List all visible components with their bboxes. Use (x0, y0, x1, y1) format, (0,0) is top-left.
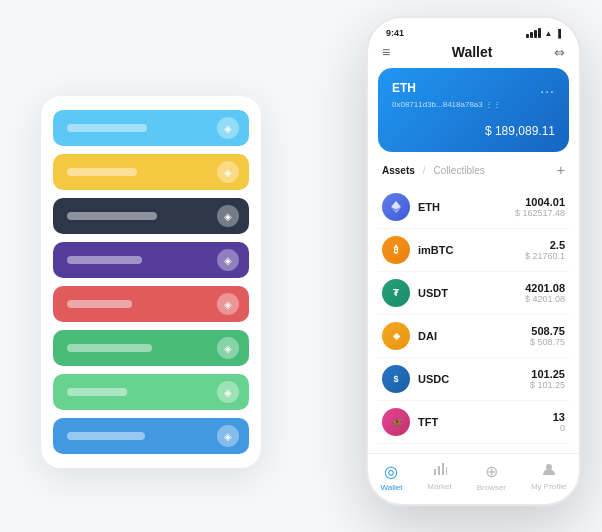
eth-balance: $ 189,089.11 (392, 117, 555, 140)
signal-bar-1 (526, 34, 529, 38)
stack-card-7: ◈ (53, 374, 249, 410)
asset-row-eth[interactable]: ETH 1004.01 $ 162517.48 (378, 186, 569, 229)
svg-rect-3 (434, 469, 436, 475)
imbtc-usd: $ 21760.1 (525, 251, 565, 261)
menu-icon[interactable]: ≡ (382, 44, 390, 60)
usdt-usd: $ 4201.08 (525, 294, 565, 304)
card-icon-1: ◈ (217, 117, 239, 139)
tft-name: TFT (418, 416, 553, 428)
signal-bar-4 (538, 28, 541, 38)
usdt-icon-circle: ₮ (382, 279, 410, 307)
dai-name: DAI (418, 330, 530, 342)
add-asset-button[interactable]: + (557, 162, 565, 178)
status-bar: 9:41 ▲ ▐ (368, 18, 579, 42)
imbtc-icon: ₿ (382, 236, 410, 264)
tft-amount: 13 (553, 411, 565, 423)
usdt-name: USDT (418, 287, 525, 299)
phone-header: ≡ Wallet ⇔ (368, 42, 579, 68)
dai-amount: 508.75 (530, 325, 565, 337)
asset-row-imbtc[interactable]: ₿ imBTC 2.5 $ 21760.1 (378, 229, 569, 272)
asset-row-usdt[interactable]: ₮ USDT 4201.08 $ 4201.08 (378, 272, 569, 315)
usdc-amount: 101.25 (530, 368, 565, 380)
eth-icon (382, 193, 410, 221)
eth-balance-amount: $ 189,089.11 (485, 124, 555, 138)
usdc-usd: $ 101.25 (530, 380, 565, 390)
asset-list: ETH 1004.01 $ 162517.48 ₿ imBTC 2.5 $ 21… (368, 186, 579, 453)
battery-icon: ▐ (555, 29, 561, 38)
market-nav-icon (433, 462, 447, 480)
stack-card-3: ◈ (53, 198, 249, 234)
nav-profile[interactable]: My Profile (531, 462, 567, 492)
asset-row-dai[interactable]: ◈ DAI 508.75 $ 508.75 (378, 315, 569, 358)
eth-address: 0x08711d3b...8418a78a3 ⋮⋮ (392, 100, 555, 109)
asset-row-tft[interactable]: 🦋 TFT 13 0 (378, 401, 569, 444)
asset-row-usdc[interactable]: $ USDC 101.25 $ 101.25 (378, 358, 569, 401)
tft-icon-circle: 🦋 (382, 408, 410, 436)
stack-card-2: ◈ (53, 154, 249, 190)
assets-header: Assets / Collectibles + (368, 162, 579, 186)
status-icons: ▲ ▐ (526, 28, 561, 38)
svg-rect-4 (438, 466, 440, 475)
eth-amount: 1004.01 (515, 196, 565, 208)
eth-name: ETH (418, 201, 515, 213)
wallet-nav-icon: ◎ (384, 462, 398, 481)
tab-divider: / (423, 165, 426, 176)
eth-usd: $ 162517.48 (515, 208, 565, 218)
imbtc-amounts: 2.5 $ 21760.1 (525, 239, 565, 261)
stack-card-8: ◈ (53, 418, 249, 454)
card-stack: ◈ ◈ ◈ ◈ ◈ ◈ ◈ ◈ (41, 96, 261, 468)
stack-card-5: ◈ (53, 286, 249, 322)
card-icon-3: ◈ (217, 205, 239, 227)
usdt-amounts: 4201.08 $ 4201.08 (525, 282, 565, 304)
usdc-name: USDC (418, 373, 530, 385)
browser-nav-label: Browser (477, 483, 506, 492)
status-time: 9:41 (386, 28, 404, 38)
dai-amounts: 508.75 $ 508.75 (530, 325, 565, 347)
card-icon-4: ◈ (217, 249, 239, 271)
eth-card-header: ETH ... (392, 80, 555, 96)
dai-icon: ◈ (382, 322, 410, 350)
bottom-nav: ◎ Wallet Market ⊕ Browser (368, 453, 579, 504)
stack-card-6: ◈ (53, 330, 249, 366)
eth-card[interactable]: ETH ... 0x08711d3b...8418a78a3 ⋮⋮ $ 189,… (378, 68, 569, 152)
usdc-icon: $ (382, 365, 410, 393)
usdt-icon: ₮ (382, 279, 410, 307)
tft-usd: 0 (553, 423, 565, 433)
eth-card-label: ETH (392, 81, 416, 95)
card-icon-7: ◈ (217, 381, 239, 403)
eth-amounts: 1004.01 $ 162517.48 (515, 196, 565, 218)
wallet-nav-label: Wallet (380, 483, 402, 492)
card-icon-8: ◈ (217, 425, 239, 447)
card-icon-2: ◈ (217, 161, 239, 183)
phone-frame: 9:41 ▲ ▐ ≡ Wallet ⇔ ETH ... (366, 16, 581, 506)
imbtc-name: imBTC (418, 244, 525, 256)
eth-icon-circle (382, 193, 410, 221)
signal-bar-2 (530, 32, 533, 38)
wallet-title: Wallet (452, 44, 493, 60)
card-icon-5: ◈ (217, 293, 239, 315)
svg-rect-5 (442, 463, 444, 475)
eth-more-button[interactable]: ... (540, 80, 555, 96)
profile-nav-label: My Profile (531, 482, 567, 491)
usdt-amount: 4201.08 (525, 282, 565, 294)
svg-rect-6 (446, 467, 447, 475)
nav-market[interactable]: Market (427, 462, 451, 492)
nav-browser[interactable]: ⊕ Browser (477, 462, 506, 492)
browser-nav-icon: ⊕ (485, 462, 498, 481)
tft-amounts: 13 0 (553, 411, 565, 433)
dai-icon-circle: ◈ (382, 322, 410, 350)
dai-usd: $ 508.75 (530, 337, 565, 347)
expand-icon[interactable]: ⇔ (554, 45, 565, 60)
tft-icon: 🦋 (382, 408, 410, 436)
wifi-icon: ▲ (544, 29, 552, 38)
stack-card-4: ◈ (53, 242, 249, 278)
tab-assets[interactable]: Assets (382, 165, 415, 176)
signal-bar-3 (534, 30, 537, 38)
tab-collectibles[interactable]: Collectibles (434, 165, 485, 176)
nav-wallet[interactable]: ◎ Wallet (380, 462, 402, 492)
usdc-icon-circle: $ (382, 365, 410, 393)
scene: ◈ ◈ ◈ ◈ ◈ ◈ ◈ ◈ (21, 16, 581, 516)
svg-marker-0 (391, 201, 401, 210)
imbtc-amount: 2.5 (525, 239, 565, 251)
card-icon-6: ◈ (217, 337, 239, 359)
